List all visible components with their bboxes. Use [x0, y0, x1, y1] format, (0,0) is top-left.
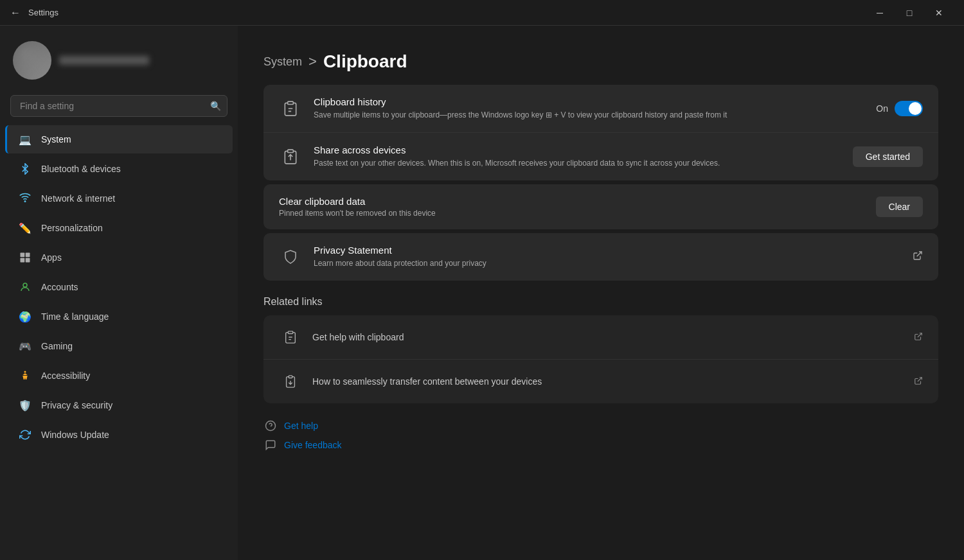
- clipboard-history-action: On: [876, 101, 923, 116]
- clipboard-history-toggle[interactable]: [895, 101, 923, 116]
- svg-point-5: [23, 283, 27, 287]
- sidebar-item-label: Gaming: [41, 341, 73, 351]
- sidebar-item-label: Bluetooth & devices: [41, 164, 121, 174]
- get-help-text: Get help: [284, 421, 318, 431]
- give-feedback-icon: [263, 438, 278, 452]
- clipboard-history-card: Clipboard history Save multiple items to…: [263, 85, 938, 132]
- clipboard-history-text: Clipboard history Save multiple items to…: [314, 96, 864, 121]
- related-link-get-help[interactable]: Get help with clipboard: [263, 315, 938, 359]
- sidebar-item-label: Accessibility: [41, 371, 90, 381]
- sidebar-item-update[interactable]: Windows Update: [5, 421, 233, 449]
- user-name: [59, 56, 149, 65]
- search-box: 🔍: [10, 95, 228, 117]
- sidebar-item-label: Privacy & security: [41, 400, 112, 410]
- sidebar-item-network[interactable]: Network & internet: [5, 184, 233, 213]
- svg-rect-7: [288, 101, 294, 104]
- share-across-text: Share across devices Paste text on your …: [314, 144, 841, 169]
- privacy-card-group: Privacy Statement Learn more about data …: [263, 233, 938, 281]
- search-icon: 🔍: [210, 101, 221, 111]
- svg-rect-12: [288, 331, 292, 334]
- clipboard-history-title: Clipboard history: [314, 96, 864, 107]
- window-controls: ─ □ ✕: [865, 3, 954, 23]
- sidebar-item-label: System: [41, 134, 71, 144]
- network-icon: [18, 191, 32, 206]
- get-help-clipboard-icon: [279, 326, 302, 349]
- clipboard-toggle-container: On: [876, 101, 923, 116]
- svg-rect-4: [26, 258, 30, 263]
- share-across-title: Share across devices: [314, 144, 841, 155]
- related-link-transfer[interactable]: How to seamlessly transfer content betwe…: [263, 359, 938, 403]
- clear-clipboard-text: Clear clipboard data Pinned items won't …: [279, 196, 436, 218]
- sidebar-item-accounts[interactable]: Accounts: [5, 273, 233, 301]
- clipboard-cards-group: Clipboard history Save multiple items to…: [263, 85, 938, 180]
- user-profile: [0, 26, 238, 90]
- privacy-statement-desc: Learn more about data protection and you…: [314, 258, 901, 269]
- breadcrumb-separator: >: [308, 53, 317, 70]
- sidebar-item-accessibility[interactable]: Accessibility: [5, 362, 233, 390]
- svg-point-0: [24, 201, 26, 202]
- page-title: Clipboard: [323, 51, 407, 72]
- accounts-icon: [18, 280, 32, 294]
- sidebar-item-system[interactable]: 💻 System: [5, 125, 233, 153]
- update-icon: [18, 428, 32, 442]
- give-feedback-link[interactable]: Give feedback: [263, 438, 938, 452]
- footer-links: Get help Give feedback: [263, 419, 938, 452]
- apps-icon: [18, 250, 32, 265]
- sidebar-item-apps[interactable]: Apps: [5, 243, 233, 272]
- clear-clipboard-section: Clear clipboard data Pinned items won't …: [263, 184, 938, 229]
- external-link-icon-2: [914, 376, 923, 387]
- get-help-clipboard-text: Get help with clipboard: [312, 332, 904, 342]
- svg-rect-1: [21, 253, 25, 258]
- privacy-icon: 🛡️: [18, 398, 32, 412]
- sidebar-item-privacy[interactable]: 🛡️ Privacy & security: [5, 391, 233, 419]
- sidebar-item-label: Windows Update: [41, 430, 109, 440]
- main-content: System > Clipboard Clipboard history Sav…: [238, 26, 964, 560]
- time-icon: 🌍: [18, 310, 32, 324]
- privacy-statement-icon: [279, 245, 302, 268]
- app-title: Settings: [28, 8, 58, 17]
- privacy-statement-title: Privacy Statement: [314, 245, 901, 256]
- external-link-icon-1: [914, 332, 923, 343]
- svg-rect-2: [26, 253, 30, 258]
- maximize-button[interactable]: □: [895, 3, 924, 23]
- search-input[interactable]: [10, 95, 228, 117]
- sidebar-item-time[interactable]: 🌍 Time & language: [5, 302, 233, 331]
- avatar: [13, 41, 51, 80]
- clipboard-history-desc: Save multiple items to your clipboard—pr…: [314, 109, 864, 121]
- clipboard-history-icon: [279, 97, 302, 120]
- get-started-button[interactable]: Get started: [853, 146, 923, 167]
- minimize-button[interactable]: ─: [865, 3, 895, 23]
- gaming-icon: 🎮: [18, 339, 32, 353]
- toggle-label: On: [876, 103, 888, 114]
- back-button[interactable]: ←: [10, 7, 21, 19]
- share-across-icon: [279, 145, 302, 168]
- transfer-content-icon: [279, 370, 302, 393]
- get-help-link[interactable]: Get help: [263, 419, 938, 433]
- bluetooth-icon: [18, 162, 32, 176]
- give-feedback-text: Give feedback: [284, 440, 342, 450]
- related-links-title: Related links: [263, 296, 938, 308]
- title-bar: ← Settings ─ □ ✕: [0, 0, 964, 26]
- privacy-statement-text: Privacy Statement Learn more about data …: [314, 245, 901, 269]
- get-help-icon: [263, 419, 278, 433]
- related-links-group: Get help with clipboard How to s: [263, 315, 938, 403]
- clear-clipboard-title: Clear clipboard data: [279, 196, 436, 207]
- sidebar-item-personalization[interactable]: ✏️ Personalization: [5, 214, 233, 242]
- share-across-card: Share across devices Paste text on your …: [263, 132, 938, 180]
- clear-clipboard-desc: Pinned items won't be removed on this de…: [279, 209, 436, 218]
- system-icon: 💻: [18, 132, 32, 146]
- share-across-desc: Paste text on your other devices. When t…: [314, 157, 841, 169]
- close-button[interactable]: ✕: [924, 3, 954, 23]
- svg-point-6: [24, 371, 26, 373]
- svg-rect-3: [21, 258, 25, 263]
- transfer-content-text: How to seamlessly transfer content betwe…: [312, 376, 904, 387]
- svg-line-11: [917, 252, 922, 256]
- sidebar-item-bluetooth[interactable]: Bluetooth & devices: [5, 155, 233, 183]
- privacy-card[interactable]: Privacy Statement Learn more about data …: [263, 233, 938, 281]
- sidebar-item-label: Personalization: [41, 223, 103, 233]
- privacy-external-link: [913, 250, 923, 263]
- sidebar-item-label: Accounts: [41, 282, 78, 292]
- sidebar-item-gaming[interactable]: 🎮 Gaming: [5, 332, 233, 360]
- clear-button[interactable]: Clear: [876, 197, 923, 217]
- breadcrumb: System > Clipboard: [263, 51, 938, 72]
